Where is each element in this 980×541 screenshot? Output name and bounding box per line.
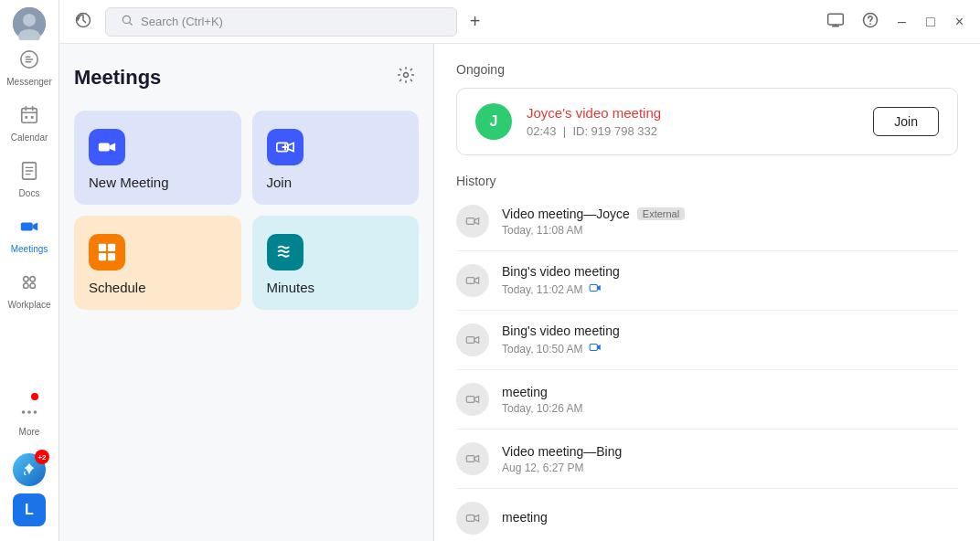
svg-rect-32 (590, 345, 597, 351)
calendar-icon (19, 105, 39, 130)
svg-rect-25 (108, 244, 115, 251)
svg-point-9 (24, 277, 28, 282)
svg-rect-5 (25, 116, 27, 119)
history-item-time: Aug 12, 6:27 PM (502, 461, 958, 474)
close-button[interactable]: × (950, 14, 969, 30)
meetings-icon (19, 217, 39, 241)
screen-share-icon[interactable] (823, 7, 848, 37)
history-item[interactable]: meeting Today, 10:26 AM (456, 370, 958, 430)
sidebar-item-meetings[interactable]: Meetings (0, 209, 59, 261)
new-meeting-card[interactable]: New Meeting (74, 111, 241, 205)
svg-rect-18 (828, 14, 844, 25)
history-item-info: meeting (502, 510, 958, 527)
history-title: History (456, 174, 958, 188)
ongoing-avatar: J (475, 103, 512, 140)
minimize-button[interactable]: – (892, 14, 911, 30)
ongoing-meeting-name: Joyce's video meeting (527, 105, 858, 121)
history-item-info: Bing's video meeting Today, 11:02 AM (502, 264, 958, 297)
maximize-button[interactable]: □ (921, 14, 941, 30)
svg-point-15 (34, 410, 37, 414)
history-item-name: Video meeting—Joyce (502, 207, 630, 221)
history-video-icon (456, 324, 489, 356)
sidebar-item-messenger[interactable]: Messenger (0, 42, 59, 94)
svg-rect-28 (466, 218, 474, 225)
docs-icon (19, 161, 39, 186)
history-item-info: Video meeting—Bing Aug 12, 6:27 PM (502, 444, 958, 474)
svg-rect-35 (466, 515, 474, 522)
svg-rect-8 (21, 222, 33, 230)
sidebar-item-more[interactable]: More (13, 395, 46, 444)
sidebar-item-workplace[interactable]: Workplace (0, 265, 59, 317)
svg-point-21 (404, 73, 409, 78)
help-icon[interactable] (858, 7, 883, 37)
join-meeting-button[interactable]: Join (873, 107, 939, 136)
docs-label: Docs (19, 188, 40, 198)
search-icon (121, 14, 133, 30)
messenger-icon (19, 49, 39, 74)
history-item[interactable]: Bing's video meeting Today, 11:02 AM (456, 251, 958, 311)
schedule-card[interactable]: Schedule (74, 216, 241, 310)
sidebar-item-docs[interactable]: Docs (0, 154, 59, 206)
history-item-name: meeting (502, 510, 548, 525)
history-video-icon (456, 442, 489, 475)
svg-rect-27 (108, 253, 115, 260)
history-item[interactable]: Video meeting—Joyce External Today, 11:0… (456, 192, 958, 251)
ongoing-timer: 02:43 (527, 124, 557, 138)
svg-rect-29 (466, 278, 474, 284)
history-item-info: meeting Today, 10:26 AM (502, 385, 958, 415)
svg-rect-4 (22, 109, 37, 123)
history-item-time: Today, 11:02 AM (502, 281, 958, 297)
history-item[interactable]: meeting (456, 489, 958, 541)
history-item[interactable]: Bing's video meeting Today, 10:50 AM (456, 311, 958, 370)
add-button[interactable]: + (466, 7, 485, 36)
join-icon (267, 129, 304, 165)
user-avatar[interactable] (13, 7, 46, 40)
workplace-label: Workplace (7, 300, 50, 310)
recording-icon (589, 341, 602, 356)
sidebar: Messenger Calendar Docs (0, 0, 59, 541)
minutes-icon (267, 234, 304, 270)
calendar-label: Calendar (11, 133, 48, 143)
history-item-time: Today, 11:08 AM (502, 224, 958, 237)
history-video-icon (456, 205, 489, 238)
svg-point-20 (869, 23, 871, 25)
new-meeting-icon (89, 129, 125, 165)
svg-rect-6 (31, 116, 34, 119)
meetings-label: Meetings (11, 244, 48, 254)
ongoing-section: Ongoing J Joyce's video meeting 02:43 | … (456, 62, 958, 155)
more-label: More (19, 427, 40, 437)
svg-point-13 (22, 410, 26, 414)
meeting-cards-grid: New Meeting Join (74, 111, 419, 310)
history-item-name: Video meeting—Bing (502, 444, 622, 459)
history-button[interactable] (70, 7, 96, 37)
history-item-name: meeting (502, 385, 548, 399)
ongoing-meeting-card[interactable]: J Joyce's video meeting 02:43 | ID: 919 … (456, 88, 958, 155)
minutes-card[interactable]: Minutes (252, 216, 420, 310)
svg-point-10 (30, 277, 35, 282)
history-item-time: Today, 10:26 AM (502, 402, 958, 415)
ongoing-meta: 02:43 | ID: 919 798 332 (527, 124, 858, 138)
svg-rect-26 (99, 253, 106, 260)
minutes-label: Minutes (267, 280, 405, 295)
svg-point-11 (24, 283, 28, 289)
settings-button[interactable] (393, 62, 419, 92)
sidebar-item-calendar[interactable]: Calendar (0, 98, 59, 150)
svg-point-12 (30, 283, 35, 289)
user-initial-button[interactable]: L (13, 493, 46, 526)
meetings-title: Meetings (74, 66, 161, 90)
search-placeholder: Search (Ctrl+K) (141, 15, 223, 28)
svg-rect-30 (590, 285, 597, 292)
ongoing-title: Ongoing (456, 62, 958, 77)
lark-icon-wrap[interactable]: +2 (13, 453, 46, 486)
history-item-info: Bing's video meeting Today, 10:50 AM (502, 324, 958, 356)
search-bar[interactable]: Search (Ctrl+K) (105, 7, 457, 37)
history-video-icon (456, 383, 489, 416)
svg-point-14 (27, 410, 31, 414)
history-item-info: Video meeting—Joyce External Today, 11:0… (502, 207, 958, 237)
history-section: History Video meeting—Joyce External (456, 174, 958, 541)
join-card[interactable]: Join (252, 111, 420, 205)
ongoing-info: Joyce's video meeting 02:43 | ID: 919 79… (527, 105, 858, 138)
history-item[interactable]: Video meeting—Bing Aug 12, 6:27 PM (456, 430, 958, 489)
history-item-name: Bing's video meeting (502, 264, 620, 279)
history-item-name: Bing's video meeting (502, 324, 620, 338)
